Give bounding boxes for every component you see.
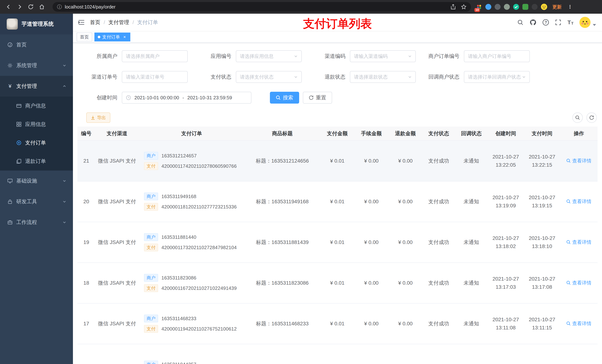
breadcrumb-separator: /	[133, 20, 134, 25]
view-detail-link[interactable]: 查看详情	[566, 320, 591, 327]
sidebar-item-workflow[interactable]: 工作流程	[0, 212, 73, 233]
pay-tag: 支付	[144, 325, 158, 333]
chrome-update-button[interactable]: 更新	[550, 3, 563, 11]
tab-home[interactable]: 首页	[77, 32, 92, 42]
table-row: 17 微信 JSAPI 支付 商户1635311468233 支付4200001…	[77, 303, 598, 344]
app-select[interactable]: 请选择应用信息	[236, 50, 302, 62]
close-tab-icon[interactable]: ×	[122, 35, 127, 39]
reset-button[interactable]: 重置	[303, 92, 332, 104]
sidebar-item-home[interactable]: 首页	[0, 34, 73, 55]
github-icon[interactable]	[530, 19, 536, 26]
sidebar: 芋道管理系统 首页 系统管理 ¥ 支付管理	[0, 14, 73, 364]
chevron-down-icon	[63, 179, 66, 183]
logo-image	[7, 19, 18, 30]
pay-status-select[interactable]: 请选择支付状态	[236, 71, 302, 83]
extension-chat-icon[interactable]	[522, 4, 528, 10]
refresh-table-button[interactable]	[586, 113, 597, 123]
sidebar-item-pay-order[interactable]: 支付订单	[0, 134, 73, 152]
tab-pay-order[interactable]: 支付订单 ×	[94, 32, 130, 42]
search-button[interactable]: 搜索	[270, 92, 299, 104]
col-header: 创建时间	[488, 126, 524, 141]
avatar-caret-icon[interactable]	[593, 24, 596, 26]
breadcrumb-home[interactable]: 首页	[90, 19, 100, 26]
help-icon[interactable]: ?	[543, 19, 549, 26]
card-icon	[16, 103, 22, 108]
page-overlay-title: 支付订单列表	[303, 16, 372, 31]
refund-status-select[interactable]: 请选择退款状态	[350, 71, 416, 83]
browser-window: ⓘ localhost:1024/pay/order 10	[0, 0, 602, 364]
app-logo[interactable]: 芋道管理系统	[0, 14, 73, 34]
notify-status-select[interactable]: 请选择订单回调商户状态	[464, 71, 530, 83]
view-detail-link[interactable]: 查看详情	[566, 157, 591, 164]
view-detail-link[interactable]: 查看详情	[566, 280, 591, 286]
reload-icon[interactable]	[26, 2, 35, 12]
extension-check-icon[interactable]	[513, 4, 519, 10]
page-content: 所属商户 应用编号 请选择应用信息 渠道编码 请输入渠道编码	[73, 43, 602, 364]
view-detail-link[interactable]: 查看详情	[566, 239, 591, 245]
dashboard-icon	[7, 42, 13, 47]
url-text: localhost:1024/pay/order	[65, 4, 116, 10]
monitor-icon	[7, 178, 13, 184]
col-header: 支付订单	[139, 126, 244, 141]
sidebar-item-pay[interactable]: ¥ 支付管理	[0, 76, 73, 96]
share-icon[interactable]	[451, 4, 456, 10]
chevron-down-icon	[408, 75, 412, 79]
home-icon[interactable]	[37, 2, 47, 12]
breadcrumb: 首页 / 支付管理 / 支付订单	[90, 19, 158, 26]
filter-label: 渠道订单号	[86, 73, 122, 81]
extension-pin-icon[interactable]	[532, 4, 538, 10]
extension-circle2-icon[interactable]	[504, 4, 510, 10]
url-bar[interactable]: ⓘ localhost:1024/pay/order	[53, 2, 471, 12]
briefcase-icon	[7, 220, 13, 225]
chevron-down-icon	[294, 75, 298, 79]
back-icon[interactable]	[4, 2, 13, 12]
table-row-partial: 商户1635311044257	[77, 344, 598, 364]
sidebar-item-system[interactable]: 系统管理	[0, 55, 73, 76]
create-time-range-picker[interactable]: 2021-10-01 00:00:00 - 2021-10-31 23:59:5…	[122, 92, 251, 104]
sidebar-item-refund-order[interactable]: 退款订单	[0, 152, 73, 171]
sidebar-toggle-icon[interactable]	[78, 20, 85, 25]
forward-icon[interactable]	[15, 2, 24, 12]
merchant-input[interactable]	[122, 50, 188, 62]
user-avatar[interactable]	[580, 17, 591, 28]
merchant-tag: 商户	[144, 193, 158, 200]
pay-tag: 支付	[144, 244, 158, 251]
sidebar-item-label: 系统管理	[16, 62, 59, 69]
channel-code-select[interactable]: 请输入渠道编码	[350, 50, 416, 62]
sidebar-item-label: 基础设施	[16, 177, 59, 184]
chrome-menu-icon[interactable]: ⋮	[568, 4, 572, 10]
filter-label: 商户订单编号	[428, 53, 464, 60]
table-row: 21 微信 JSAPI 支付 商户1635312124657 支付4200001…	[77, 141, 598, 181]
extension-drop-icon[interactable]	[485, 4, 491, 10]
filter-label: 应用编号	[200, 53, 236, 60]
sidebar-item-label: 研发工具	[16, 198, 59, 205]
sidebar-item-merchant-info[interactable]: 商户信息	[0, 96, 73, 115]
view-detail-link[interactable]: 查看详情	[566, 198, 591, 205]
chevron-down-icon	[63, 220, 66, 224]
export-button[interactable]: 导出	[86, 113, 110, 123]
profile-avatar-icon[interactable]	[541, 4, 547, 10]
extension-grid-icon[interactable]: 10	[476, 4, 482, 10]
filter-label: 所属商户	[86, 53, 122, 60]
bookmark-star-icon[interactable]	[461, 4, 466, 10]
toggle-search-button[interactable]	[572, 113, 583, 123]
sidebar-item-dev-tools[interactable]: 研发工具	[0, 191, 73, 212]
sidebar-item-label: 工作流程	[16, 219, 59, 226]
search-icon[interactable]	[517, 20, 523, 25]
sidebar-item-infra[interactable]: 基础设施	[0, 171, 73, 191]
merchant-order-no-input[interactable]	[464, 50, 530, 62]
target-icon	[16, 140, 22, 145]
sidebar-item-app-info[interactable]: 应用信息	[0, 115, 73, 134]
channel-order-no-input[interactable]	[122, 71, 188, 83]
breadcrumb-pay[interactable]: 支付管理	[108, 19, 129, 26]
font-size-icon[interactable]: TT	[567, 19, 573, 26]
sidebar-item-label: 退款订单	[25, 158, 46, 165]
col-header: 编号	[77, 126, 95, 141]
site-info-icon[interactable]: ⓘ	[57, 4, 62, 9]
fullscreen-icon[interactable]	[555, 20, 561, 25]
app-title: 芋道管理系统	[22, 20, 54, 28]
merchant-tag: 商户	[144, 233, 158, 241]
filter-label: 渠道编码	[314, 53, 350, 60]
extension-circle-icon[interactable]	[495, 4, 501, 10]
sidebar-item-label: 支付管理	[16, 83, 59, 90]
